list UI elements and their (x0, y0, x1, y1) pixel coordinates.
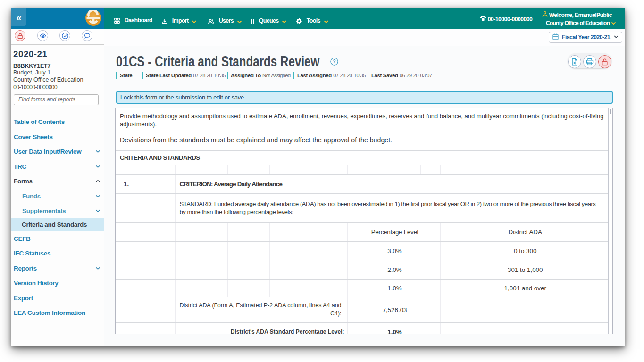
svg-text:?: ? (333, 58, 335, 64)
